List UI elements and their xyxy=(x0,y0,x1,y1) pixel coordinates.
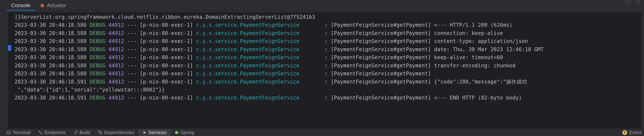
top-tabs: Console Actuator xyxy=(0,0,644,11)
tool-endpoints-label: Endpoints xyxy=(44,130,66,135)
svg-rect-7 xyxy=(98,131,100,132)
build-icon xyxy=(74,130,78,135)
services-icon xyxy=(142,130,147,135)
console-area: ]}ServerList:org.springframework.cloud.n… xyxy=(8,12,642,129)
tab-console[interactable]: Console xyxy=(6,1,35,10)
gutter xyxy=(8,12,13,129)
svg-marker-9 xyxy=(144,131,146,134)
tab-actuator[interactable]: Actuator xyxy=(35,1,71,10)
tool-services-label: Services xyxy=(148,130,167,135)
gear-icon[interactable] xyxy=(635,0,641,4)
log-line: 2023-03-30 20:46:18.591 DEBUG 44912 --- … xyxy=(14,78,640,86)
info-icon[interactable] xyxy=(625,0,631,4)
tool-dependencies[interactable]: Dependencies xyxy=(94,129,138,136)
log-line: ","data":{"id":1,"serial":"yellowstar:::… xyxy=(14,86,640,94)
tool-terminal[interactable]: Terminal xyxy=(2,129,34,136)
tool-terminal-label: Terminal xyxy=(12,130,30,135)
terminal-icon xyxy=(6,130,11,135)
tool-dependencies-label: Dependencies xyxy=(104,130,134,135)
log-line: 2023-03-30 20:46:18.588 DEBUG 44912 --- … xyxy=(14,62,640,70)
log-line: 2023-03-30 20:46:18.586 DEBUG 44912 --- … xyxy=(14,21,640,29)
event-label[interactable]: Event xyxy=(629,130,642,135)
log-line: 2023-03-30 20:46:18.588 DEBUG 44912 --- … xyxy=(14,29,640,37)
event-badge[interactable]: 5 xyxy=(622,130,627,135)
tool-endpoints[interactable]: Endpoints xyxy=(34,129,70,136)
log-line: 2023-03-30 20:46:18.588 DEBUG 44912 --- … xyxy=(14,37,640,45)
tool-spring-label: Spring xyxy=(180,130,194,135)
log-line: 2023-03-30 20:46:18.588 DEBUG 44912 --- … xyxy=(14,46,640,54)
log-output[interactable]: ]}ServerList:org.springframework.cloud.n… xyxy=(13,12,642,129)
endpoints-icon xyxy=(38,130,43,135)
svg-rect-4 xyxy=(7,131,10,134)
tab-console-label: Console xyxy=(11,2,30,8)
log-line: 2023-03-30 20:46:18.591 DEBUG 44912 --- … xyxy=(14,94,640,102)
gutter-breakpoint-mark[interactable] xyxy=(8,45,11,51)
svg-rect-2 xyxy=(628,1,628,3)
tool-build[interactable]: Build xyxy=(70,129,94,136)
bottom-tool-bar: Terminal Endpoints Build Dependencies Se… xyxy=(0,129,644,136)
svg-point-10 xyxy=(175,131,178,134)
svg-rect-8 xyxy=(100,133,102,134)
tab-actuator-label: Actuator xyxy=(47,2,66,8)
tool-services[interactable]: Services xyxy=(138,129,170,136)
spring-icon xyxy=(174,130,179,135)
dependencies-icon xyxy=(98,130,102,135)
log-line: 2023-03-30 20:46:18.588 DEBUG 44912 --- … xyxy=(14,70,640,78)
tool-build-label: Build xyxy=(80,130,90,135)
bottom-right-group: 5 Event xyxy=(622,130,642,135)
svg-point-3 xyxy=(637,1,639,2)
log-line: 2023-03-30 20:46:18.588 DEBUG 44912 --- … xyxy=(14,54,640,62)
header-icons xyxy=(625,0,641,4)
actuator-icon xyxy=(40,3,45,8)
tool-spring[interactable]: Spring xyxy=(170,129,198,136)
log-line: ]}ServerList:org.springframework.cloud.n… xyxy=(14,13,640,21)
svg-point-1 xyxy=(628,0,628,1)
